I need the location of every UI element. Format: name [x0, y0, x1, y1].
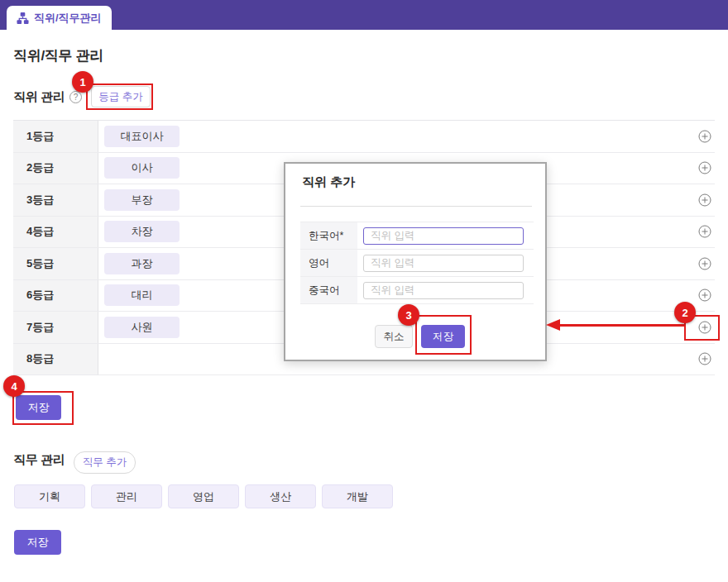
form-row: 중국어 — [300, 277, 534, 304]
rank-label: 1등급 — [13, 121, 98, 152]
english-position-input[interactable] — [363, 255, 524, 272]
job-add-button[interactable]: 직무 추가 — [74, 451, 136, 474]
plus-circle-icon[interactable] — [698, 321, 711, 334]
field-label-chinese: 중국어 — [300, 277, 357, 303]
field-label-english: 영어 — [300, 250, 357, 276]
rank-label: 6등급 — [13, 280, 98, 312]
rank-label: 4등급 — [13, 217, 98, 248]
grade-add-button[interactable]: 등급 추가 — [91, 86, 151, 107]
job-chip[interactable]: 기획 — [14, 484, 85, 508]
position-chip[interactable]: 이사 — [104, 157, 180, 179]
save-position-button[interactable]: 저장 — [16, 395, 61, 420]
rank-label: 3등급 — [13, 184, 98, 216]
save-job-button[interactable]: 저장 — [14, 530, 61, 555]
modal-divider — [300, 206, 532, 207]
annotation-arrow-line — [560, 324, 684, 327]
rank-label: 8등급 — [13, 344, 98, 375]
table-row: 1등급 대표이사 — [13, 121, 715, 153]
modal-save-button[interactable]: 저장 — [421, 325, 465, 348]
plus-circle-icon[interactable] — [698, 161, 711, 174]
plus-circle-icon[interactable] — [698, 289, 711, 302]
annotation-arrow-head-icon — [546, 319, 560, 331]
top-header-bar: 직위/직무관리 — [0, 0, 728, 30]
rank-label: 7등급 — [13, 312, 98, 343]
tab-label: 직위/직무관리 — [34, 11, 102, 26]
plus-circle-icon[interactable] — [698, 352, 711, 365]
help-icon[interactable]: ? — [69, 91, 82, 103]
job-chip[interactable]: 생산 — [245, 484, 316, 508]
job-chip-row: 기획 관리 영업 생산 개발 — [14, 484, 393, 508]
chinese-position-input[interactable] — [363, 282, 524, 299]
job-chip[interactable]: 관리 — [91, 484, 162, 508]
form-row: 한국어* — [300, 222, 534, 250]
step-badge-2: 2 — [674, 302, 696, 323]
position-chip[interactable]: 과장 — [104, 253, 180, 274]
position-chip[interactable]: 대리 — [104, 284, 180, 306]
plus-circle-icon[interactable] — [698, 257, 711, 270]
position-chip[interactable]: 차장 — [104, 221, 180, 242]
screen: 직위/직무관리 직위/직무 관리 직위 관리 ? 등급 추가 1등급 대표이사 … — [0, 0, 728, 582]
org-chart-icon — [17, 12, 29, 24]
modal-form: 한국어* 영어 중국어 — [300, 222, 534, 304]
job-chip[interactable]: 영업 — [168, 484, 239, 508]
add-position-modal: 직위 추가 한국어* 영어 중국어 취소 저장 — [284, 162, 547, 361]
field-label-korean: 한국어* — [300, 222, 357, 249]
job-section-title: 직무 관리 — [13, 452, 65, 468]
position-section-title: 직위 관리 — [13, 89, 65, 105]
plus-circle-icon[interactable] — [698, 193, 711, 207]
tab-position-job-management[interactable]: 직위/직무관리 — [7, 6, 112, 30]
position-chip[interactable]: 부장 — [104, 189, 180, 211]
form-row: 영어 — [300, 250, 534, 277]
step-badge-3: 3 — [398, 304, 419, 326]
plus-circle-icon[interactable] — [698, 130, 711, 143]
rank-label: 5등급 — [13, 248, 98, 279]
step-badge-4: 4 — [3, 375, 25, 397]
position-chip[interactable]: 사원 — [104, 317, 180, 338]
modal-cancel-button[interactable]: 취소 — [375, 325, 413, 348]
plus-circle-icon[interactable] — [698, 225, 711, 238]
korean-position-input[interactable] — [363, 227, 524, 245]
modal-title: 직위 추가 — [302, 174, 355, 190]
step-badge-1: 1 — [72, 71, 93, 93]
rank-label: 2등급 — [13, 153, 98, 184]
page-title: 직위/직무 관리 — [13, 46, 103, 65]
job-chip[interactable]: 개발 — [322, 484, 393, 508]
position-chip[interactable]: 대표이사 — [104, 126, 180, 147]
